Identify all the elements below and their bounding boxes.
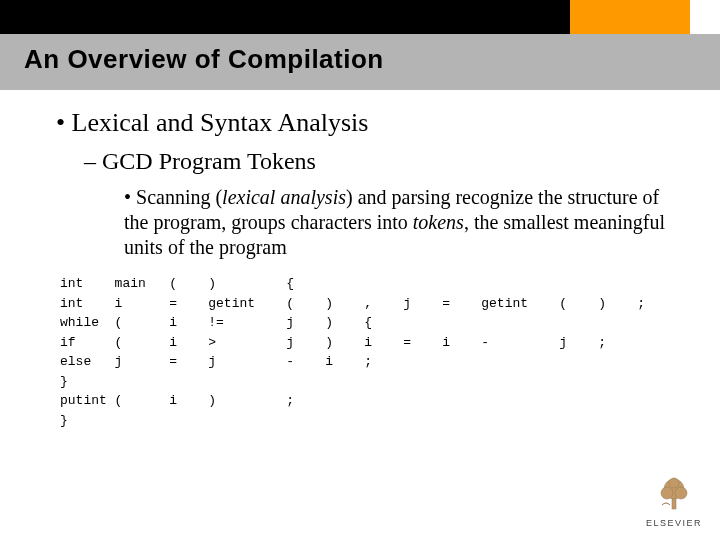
bullet-italic-1: lexical analysis (222, 186, 346, 208)
publisher-logo: ELSEVIER (646, 475, 702, 528)
tokens-code-block: int main ( ) { int i = getint ( ) , j = … (60, 274, 688, 430)
tree-icon (654, 475, 694, 516)
publisher-name: ELSEVIER (646, 518, 702, 528)
header-black-bar (0, 0, 570, 34)
bullet-level-1: Lexical and Syntax Analysis (56, 108, 688, 138)
bullet-level-3: • Scanning (lexical analysis) and parsin… (124, 185, 688, 260)
svg-point-2 (661, 487, 673, 499)
slide-content: Lexical and Syntax Analysis GCD Program … (0, 90, 720, 430)
slide-header: An Overview of Compilation (0, 0, 720, 90)
svg-point-4 (669, 478, 679, 488)
bullet-text-part1: • Scanning ( (124, 185, 222, 210)
svg-point-3 (675, 487, 687, 499)
slide-title: An Overview of Compilation (24, 44, 384, 75)
bullet-italic-2: tokens (413, 211, 464, 233)
bullet-level-2: GCD Program Tokens (84, 148, 688, 175)
